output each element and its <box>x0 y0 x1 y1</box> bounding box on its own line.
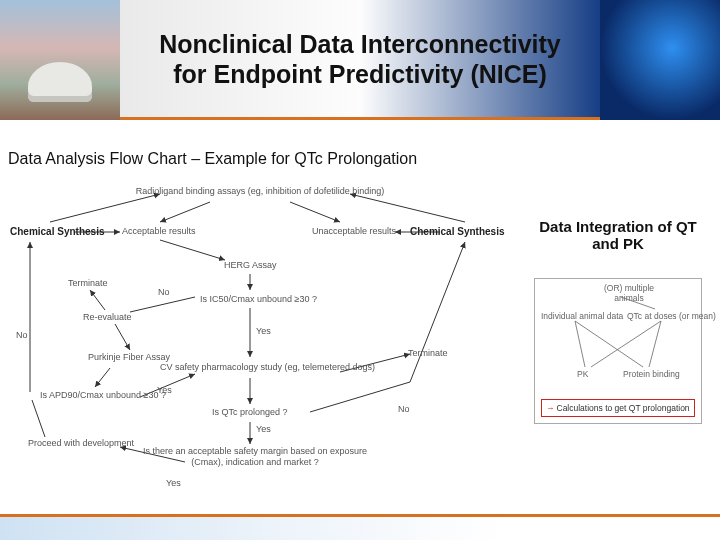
svg-line-17 <box>310 382 410 412</box>
svg-line-21 <box>32 400 45 437</box>
node-chem-right: Chemical Synthesis <box>410 226 504 238</box>
side-title: Data Integration of QT and PK <box>538 218 698 252</box>
node-yes-margin: Yes <box>166 478 181 489</box>
arrow-right-icon: → <box>546 403 555 413</box>
sb-or-multiple: (OR) multiple animals <box>599 283 659 303</box>
sb-calc-box: →Calculations to get QT prolongation <box>541 399 695 417</box>
node-q-margin: Is there an acceptable safety margin bas… <box>140 446 370 468</box>
svg-line-12 <box>95 368 110 387</box>
sb-pk: PK <box>577 369 588 379</box>
sb-indiv: Individual animal data <box>541 311 623 321</box>
node-chem-left: Chemical Synthesis <box>10 226 104 238</box>
footer-strip <box>0 514 720 540</box>
node-no-right: No <box>398 404 410 415</box>
title-line-1: Nonclinical Data Interconnectivity <box>159 30 561 58</box>
sb-calc-label: Calculations to get QT prolongation <box>557 403 690 413</box>
svg-line-8 <box>130 297 195 312</box>
node-radioligand: Radioligand binding assays (eg, inhibiti… <box>130 186 390 197</box>
node-herg: HERG Assay <box>224 260 277 271</box>
node-purkinje: Purkinje Fiber Assay <box>88 352 170 363</box>
svg-line-6 <box>160 240 225 260</box>
svg-line-3 <box>50 194 160 222</box>
flow-chart: Radioligand binding assays (eg, inhibiti… <box>10 182 520 502</box>
node-terminate-right: Terminate <box>408 348 448 359</box>
sb-qtc-doses: QTc at doses (or mean) <box>627 311 716 321</box>
node-proceed: Proceed with development <box>28 438 134 449</box>
banner: Nonclinical Data Interconnectivity for E… <box>0 0 720 120</box>
section-title: Data Analysis Flow Chart – Example for Q… <box>8 150 417 168</box>
svg-line-0 <box>160 202 210 222</box>
node-q-ic50: Is IC50/Cmax unbound ≥30 ? <box>200 294 317 305</box>
node-terminate-left: Terminate <box>68 278 108 289</box>
node-acceptable: Acceptable results <box>122 226 196 237</box>
svg-line-5 <box>350 194 465 222</box>
node-q-apd90: Is APD90/Cmax unbound ≥30 ? <box>40 390 166 401</box>
title-line-2: for Endpoint Predictivity (NICE) <box>173 60 547 88</box>
page-title: Nonclinical Data Interconnectivity for E… <box>120 29 600 89</box>
node-no-upper: No <box>158 287 170 298</box>
node-q-qtc: Is QTc prolonged ? <box>212 407 288 418</box>
svg-line-10 <box>115 324 130 350</box>
node-cv-safety: CV safety pharmacology study (eg, teleme… <box>160 362 360 373</box>
svg-line-9 <box>90 290 105 310</box>
node-yes-apd: Yes <box>157 385 172 396</box>
node-yes-qtc: Yes <box>256 424 271 435</box>
node-yes-mid: Yes <box>256 326 271 337</box>
svg-line-22 <box>575 321 585 367</box>
svg-line-18 <box>410 242 465 382</box>
side-diagram: (OR) multiple animals Individual animal … <box>534 278 702 424</box>
banner-graphic-right <box>600 0 720 120</box>
node-unacceptable: Unacceptable results <box>312 226 396 237</box>
sb-protein: Protein binding <box>623 369 680 379</box>
node-no-left-col: No <box>16 330 28 341</box>
banner-photo-left <box>0 0 120 120</box>
svg-line-1 <box>290 202 340 222</box>
node-reeval: Re-evaluate <box>83 312 132 323</box>
svg-line-23 <box>575 321 643 367</box>
